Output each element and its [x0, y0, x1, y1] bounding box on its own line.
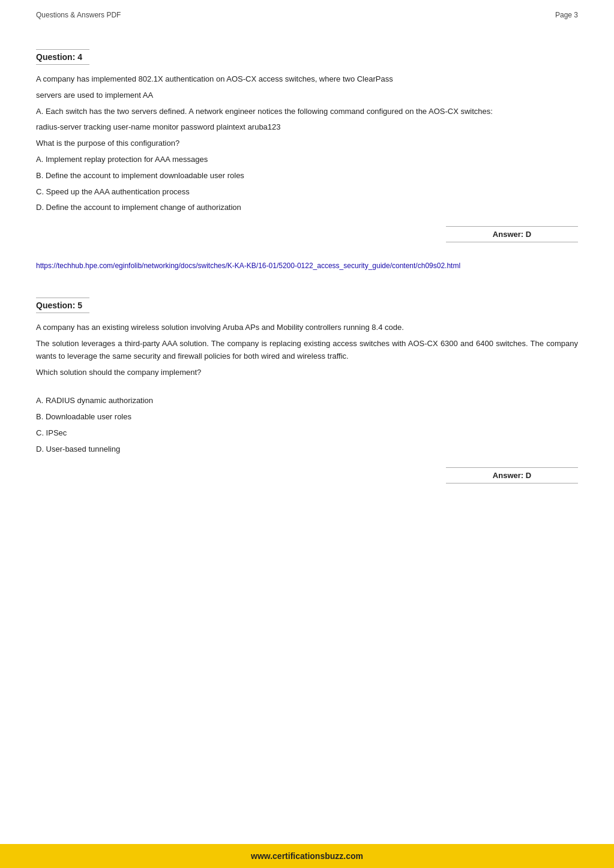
- question-4-answer: Answer: D: [446, 226, 578, 242]
- q4-line-1: A company has implemented 802.1X authent…: [36, 73, 578, 86]
- page-header: Questions & Answers PDF Page 3: [0, 0, 614, 25]
- page-footer: www.certificationsbuzz.com: [0, 844, 614, 868]
- q5-line-3: Which solution should the company implem…: [36, 367, 578, 379]
- q5-line-2: The solution leverages a third-party AAA…: [36, 338, 578, 363]
- header-right: Page 3: [555, 11, 578, 19]
- question-4-answer-label: Answer: D: [493, 230, 531, 239]
- question-4-title: Question: 4: [36, 52, 82, 62]
- q4-line-3: A. Each switch has the two servers defin…: [36, 106, 578, 118]
- q4-option-c: C. Speed up the AAA authentication proce…: [36, 186, 578, 199]
- q4-line-5: What is the purpose of this configuratio…: [36, 137, 578, 150]
- q5-line-1: A company has an existing wireless solut…: [36, 322, 578, 334]
- question-4-answer-box: Answer: D: [36, 226, 578, 242]
- page-content: Question: 4 A company has implemented 80…: [0, 25, 614, 549]
- header-left: Questions & Answers PDF: [36, 11, 121, 19]
- reference-link[interactable]: https://techhub.hpe.com/eginfolib/networ…: [36, 260, 578, 271]
- q4-line-2: servers are used to implement AA: [36, 89, 578, 102]
- question-4-block: Question: 4 A company has implemented 80…: [36, 31, 578, 242]
- question-5-block: Question: 5 A company has an existing wi…: [36, 280, 578, 483]
- question-5-answer: Answer: D: [446, 467, 578, 483]
- reference-url-text: https://techhub.hpe.com/eginfolib/networ…: [36, 262, 460, 270]
- question-5-answer-label: Answer: D: [493, 471, 531, 480]
- question-4-title-box: Question: 4: [36, 49, 89, 65]
- q5-option-d: D. User-based tunneling: [36, 443, 578, 456]
- q4-option-a: A. Implement replay protection for AAA m…: [36, 154, 578, 166]
- footer-url: www.certificationsbuzz.com: [251, 851, 363, 861]
- question-5-body: A company has an existing wireless solut…: [36, 322, 578, 455]
- q5-option-b: B. Downloadable user roles: [36, 411, 578, 424]
- q4-option-d: D. Define the account to implement chang…: [36, 202, 578, 214]
- question-5-title-box: Question: 5: [36, 298, 89, 313]
- question-5-answer-box: Answer: D: [36, 467, 578, 483]
- q4-line-4: radius-server tracking user-name monitor…: [36, 121, 578, 134]
- q5-option-a: A. RADIUS dynamic authorization: [36, 395, 578, 407]
- q5-option-c: C. IPSec: [36, 427, 578, 440]
- question-5-title: Question: 5: [36, 301, 82, 310]
- q4-option-b: B. Define the account to implement downl…: [36, 170, 578, 182]
- question-4-body: A company has implemented 802.1X authent…: [36, 73, 578, 214]
